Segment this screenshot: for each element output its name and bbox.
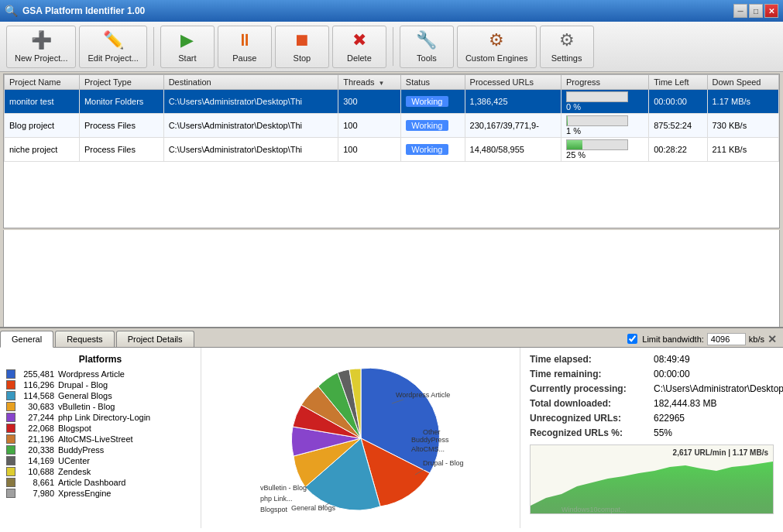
bandwidth-close-button[interactable]: ✕ [768,333,777,345]
total-downloaded-label: Total downloaded: [530,398,654,409]
progress-bar-fill [567,140,582,149]
legend-item: 14,169 UCenter [6,456,194,465]
legend-count: 255,481 [19,369,54,379]
recognized-label: Recognized URLs %: [530,427,654,438]
col-progress[interactable]: Progress [561,75,649,90]
stop-button[interactable]: ⏹ Stop [275,26,329,68]
chart-area: Wordpress Article Drupal - Blog General … [201,348,520,528]
table-body: monitor testMonitor FoldersC:\Users\Admi… [5,90,779,162]
currently-processing-row: Currently processing: C:\Users\Administr… [530,383,774,394]
time-remaining-row: Time remaining: 00:00:00 [530,369,774,379]
maximize-button[interactable]: □ [749,4,763,18]
col-project-name[interactable]: Project Name [5,75,80,90]
legend-color-swatch [6,489,15,498]
legend-item: 7,980 XpressEngine [6,489,194,498]
legend-item: 27,244 php Link Directory-Login [6,413,194,422]
legend-item: 8,661 Article Dashboard [6,478,194,487]
start-icon: ▶ [180,30,194,50]
time-elapsed-label: Time elapsed: [530,354,654,365]
app-icon: 🔍 [5,5,18,17]
legend-item: 21,196 AltoCMS-LiveStreet [6,434,194,444]
currently-processing-label: Currently processing: [530,383,654,394]
legend-title: Platforms [6,354,194,365]
col-time-left[interactable]: Time Left [649,75,707,90]
svg-text:vBulletin - Blog: vBulletin - Blog [260,484,307,492]
col-project-type[interactable]: Project Type [79,75,163,90]
general-tab-content: Platforms 255,481 Wordpress Article 116,… [0,348,783,528]
legend-color-swatch [6,434,15,444]
settings-button[interactable]: ⚙ Settings [540,26,594,68]
stop-icon: ⏹ [294,30,311,50]
edit-project-button[interactable]: ✏️ Edit Project... [79,26,146,68]
table-header-row: Project Name Project Type Destination Th… [5,75,779,90]
minimize-button[interactable]: ─ [733,4,747,18]
bandwidth-input[interactable]: 4096 [707,333,746,345]
tab-requests[interactable]: Requests [55,331,114,347]
svg-text:General Blogs: General Blogs [291,504,336,512]
legend-count: 8,661 [19,478,54,487]
recognized-value: 55% [654,427,672,438]
bandwidth-unit: kb/s [749,335,764,344]
legend-color-swatch [6,456,15,465]
legend-label: Drupal - Blog [58,380,108,390]
legend-label: XpressEngine [58,489,112,498]
legend-label: UCenter [58,456,90,465]
recognized-row: Recognized URLs %: 55% [530,427,774,438]
legend-item: 20,338 BuddyPress [6,445,194,455]
unrecognized-row: Unrecognized URLs: 622965 [530,413,774,424]
legend-count: 116,296 [19,380,54,390]
new-project-button[interactable]: ➕ New Project... [6,26,76,68]
tab-general[interactable]: General [0,331,53,348]
table-row[interactable]: monitor testMonitor FoldersC:\Users\Admi… [5,90,779,114]
progress-bar [566,115,628,126]
time-elapsed-value: 08:49:49 [654,354,690,365]
legend-label: vBulletin - Blog [58,402,115,411]
legend-item: 22,068 Blogspot [6,424,194,433]
legend-items: 255,481 Wordpress Article 116,296 Drupal… [6,369,194,498]
legend-count: 7,980 [19,489,54,498]
new-project-icon: ➕ [31,30,52,50]
toolbar: ➕ New Project... ✏️ Edit Project... ▶ St… [0,22,783,72]
legend-count: 14,169 [19,456,54,465]
col-status[interactable]: Status [400,75,465,90]
close-button[interactable]: ✕ [764,4,778,18]
separator-2 [393,27,393,66]
legend-color-swatch [6,413,15,422]
title-bar: 🔍 GSA Platform Identifier 1.00 ─ □ ✕ [0,0,783,22]
col-processed-urls[interactable]: Processed URLs [465,75,561,90]
separator-1 [153,27,154,66]
time-remaining-value: 00:00:00 [654,369,690,379]
tab-project-details[interactable]: Project Details [116,331,194,347]
bandwidth-checkbox[interactable] [627,334,637,344]
legend-item: 30,683 vBulletin - Blog [6,402,194,411]
legend-count: 10,688 [19,467,54,476]
stats-panel: Time elapsed: 08:49:49 Time remaining: 0… [520,348,783,528]
legend-count: 20,338 [19,445,54,455]
col-threads[interactable]: Threads ▼ [338,75,401,90]
total-downloaded-row: Total downloaded: 182,444.83 MB [530,398,774,409]
speed-graph-container: 2,617 URL/min | 1.17 MB/s Windows10compa… [530,444,774,514]
table-row[interactable]: Blog projectProcess FilesC:\Users\Admini… [5,114,779,138]
settings-icon: ⚙ [559,30,575,50]
table-row[interactable]: niche projectProcess FilesC:\Users\Admin… [5,138,779,162]
custom-engines-button[interactable]: ⚙ Custom Engines [457,26,537,68]
bandwidth-label: Limit bandwidth: [642,335,704,344]
start-button[interactable]: ▶ Start [160,26,215,68]
legend-item: 10,688 Zendesk [6,467,194,476]
legend-count: 21,196 [19,434,54,444]
col-down-speed[interactable]: Down Speed [707,75,779,90]
delete-icon: ✖ [352,30,366,50]
status-badge: Working [406,120,448,131]
pause-button[interactable]: ⏸ Pause [218,26,272,68]
legend-color-swatch [6,478,15,487]
svg-text:Blogspot: Blogspot [260,506,288,513]
svg-text:BuddyPress: BuddyPress [411,436,449,444]
col-destination[interactable]: Destination [163,75,338,90]
legend-item: 255,481 Wordpress Article [6,369,194,379]
currently-processing-value: C:\Users\Administrator\Desktop\N [654,383,783,394]
delete-button[interactable]: ✖ Delete [332,26,386,68]
tools-button[interactable]: 🔧 Tools [400,26,454,68]
status-badge: Working [406,96,448,107]
legend-color-swatch [6,402,15,411]
legend-color-swatch [6,445,15,455]
